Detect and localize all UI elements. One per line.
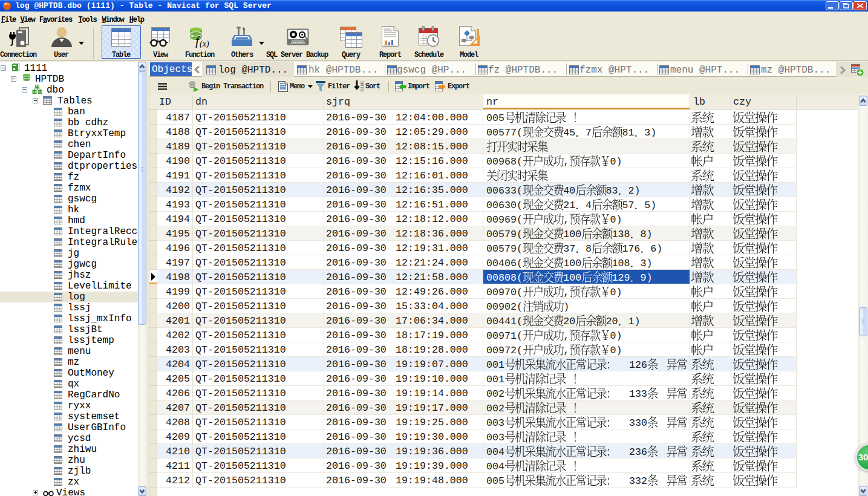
svg-text:7: 7 [586, 127, 592, 139]
svg-text:81: 81 [622, 127, 634, 139]
svg-text:3: 3 [644, 127, 650, 139]
svg-text:37: 37 [563, 243, 575, 255]
svg-text:20: 20 [563, 316, 575, 327]
svg-text:3: 3 [640, 258, 646, 269]
svg-text:): ) [646, 258, 652, 269]
svg-text:): ) [634, 316, 640, 327]
svg-text:00579(: 00579( [486, 229, 523, 240]
svg-text:45: 45 [563, 127, 575, 139]
svg-text:9: 9 [640, 272, 646, 284]
svg-text:00441(: 00441( [486, 316, 523, 327]
svg-text:004: 004 [486, 461, 504, 472]
svg-text:001: 001 [486, 374, 504, 385]
svg-text:108: 108 [612, 258, 630, 269]
svg-text:00808(: 00808( [486, 272, 523, 284]
svg-text:332: 332 [629, 475, 647, 487]
svg-text:002: 002 [486, 403, 504, 414]
svg-text:00972(: 00972( [486, 345, 523, 356]
svg-text:002: 002 [486, 388, 504, 400]
svg-text:100: 100 [563, 229, 581, 240]
svg-text:21: 21 [563, 200, 575, 211]
svg-text:00579(: 00579( [486, 243, 523, 255]
svg-text:8: 8 [640, 229, 646, 240]
svg-text:100: 100 [563, 258, 581, 269]
svg-text:330: 330 [629, 417, 647, 429]
svg-text:4: 4 [586, 200, 592, 211]
svg-text:,: , [563, 214, 569, 226]
svg-text:236: 236 [629, 446, 647, 458]
svg-text:176: 176 [622, 243, 640, 255]
svg-text:6: 6 [650, 243, 656, 255]
svg-text:,: , [563, 345, 569, 356]
svg-text:83: 83 [606, 185, 618, 197]
svg-text:00902(: 00902( [486, 301, 523, 313]
svg-text:,: , [563, 287, 569, 298]
svg-text:00630(: 00630( [486, 200, 523, 211]
svg-text:0): 0) [610, 214, 622, 226]
svg-text:1: 1 [628, 316, 634, 327]
svg-text:00577(: 00577( [486, 127, 523, 139]
svg-text:0): 0) [610, 287, 622, 298]
svg-text:): ) [634, 185, 640, 197]
svg-text:005: 005 [486, 475, 504, 487]
svg-text:003: 003 [486, 432, 504, 443]
svg-text:005: 005 [486, 113, 504, 124]
svg-text:00633(: 00633( [486, 185, 523, 197]
svg-text:2: 2 [628, 185, 634, 197]
svg-text:): ) [646, 272, 652, 284]
svg-text:00968(: 00968( [486, 156, 523, 168]
svg-text:004: 004 [486, 446, 504, 458]
svg-text:00969(: 00969( [486, 214, 523, 226]
svg-text:133: 133 [629, 388, 647, 400]
svg-text:8: 8 [586, 243, 592, 255]
svg-text:003: 003 [486, 417, 504, 429]
svg-text:): ) [656, 243, 662, 255]
svg-text:20: 20 [606, 316, 618, 327]
svg-text:40: 40 [563, 185, 575, 197]
svg-text:,: , [563, 156, 569, 168]
svg-text:100: 100 [563, 272, 581, 284]
svg-text:00406(: 00406( [486, 258, 523, 269]
svg-text:00971(: 00971( [486, 330, 523, 342]
svg-text:,: , [563, 330, 569, 342]
svg-text:57: 57 [622, 200, 634, 211]
svg-text:0): 0) [610, 345, 622, 356]
svg-text:5: 5 [644, 200, 650, 211]
svg-text:): ) [650, 127, 656, 139]
svg-text:00970(: 00970( [486, 287, 523, 298]
svg-text:001: 001 [486, 359, 504, 371]
svg-text:138: 138 [612, 229, 630, 240]
svg-text:): ) [646, 229, 652, 240]
svg-text:126: 126 [629, 359, 647, 371]
svg-text:): ) [563, 301, 569, 313]
svg-text:129: 129 [612, 272, 630, 284]
svg-text:0): 0) [610, 330, 622, 342]
svg-text:): ) [650, 200, 656, 211]
svg-text:(x): (x) [200, 39, 209, 48]
svg-text:0): 0) [610, 156, 622, 168]
